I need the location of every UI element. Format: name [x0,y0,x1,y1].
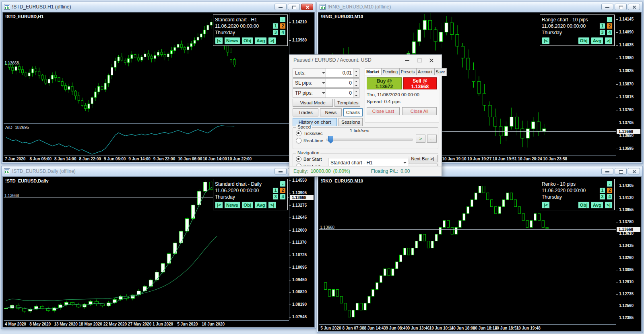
panel-first-button[interactable]: |< [542,201,550,209]
chart-area[interactable]: !RKO_EURUSD,M10 1.13668 1.143051.141301.… [318,176,642,332]
tp-spin-down[interactable] [353,93,359,98]
panel-last-button[interactable]: >| [605,37,613,44]
sl-spin-down[interactable] [353,83,359,87]
sessions-button[interactable]: Sessions [339,118,363,126]
sell-button[interactable]: Sell @ 1.13668 [403,77,437,89]
panel-button-1[interactable]: 1 [599,23,605,29]
panel-date: 11.06.2020 00:00:00 [542,188,586,193]
chart-area[interactable]: !STD_EURUSD,Daily 1.13668 1.145501.13905… [2,176,315,328]
panel-collapse-button[interactable]: - [280,17,286,23]
panel-button-4[interactable]: 4 [280,29,286,35]
panel-last-button[interactable]: >| [605,201,613,209]
minimize-button[interactable] [275,168,287,174]
panel-button-2[interactable]: 2 [607,23,613,29]
tp-pips-select[interactable]: TP pips: [293,88,328,98]
more-button[interactable]: ... [427,135,437,143]
trades-button[interactable]: Trades [293,108,318,116]
dialog-titlebar[interactable]: Paused / EURUSD / Account: USD [289,55,442,65]
panel-button-1[interactable]: 1 [599,187,605,193]
buy-button[interactable]: Buy @ 1.13672 [367,77,402,89]
panel-collapse-button[interactable]: - [280,181,286,187]
lots-field[interactable]: 0,01 [326,68,359,78]
next-bar-button[interactable]: Next Bar >| [408,155,438,162]
panel-button-3[interactable]: 3 [599,29,605,35]
speed-slider[interactable] [326,139,413,141]
step-button[interactable]: > [416,135,425,143]
speed-rate-label: 1 tick/sec [350,128,369,133]
panel-button-4[interactable]: 4 [280,194,286,200]
news-button[interactable]: News [320,108,342,116]
panel-button-2[interactable]: 2 [280,23,286,29]
panel-button-3[interactable]: 3 [272,29,279,35]
maximize-button[interactable] [615,168,627,174]
lots-spin-up[interactable] [353,68,359,73]
tick-mark [289,40,291,41]
panel-news-button[interactable]: News [224,37,240,44]
panel-obj-button[interactable]: Obj [578,37,590,44]
price-tick: 1.13275 [292,203,307,207]
panel-title: Standard chart - H1 [215,17,257,23]
panel-button-3[interactable]: 3 [272,194,279,200]
sl-pips-select[interactable]: SL pips: [293,78,328,88]
close-button[interactable] [628,168,640,174]
minimize-button[interactable] [601,4,613,10]
panel-first-button[interactable]: |< [215,37,223,44]
panel-avg-button[interactable]: Avg [591,37,603,44]
floating-pl-label: Floating P/L: [371,168,398,174]
minimize-button[interactable] [601,168,613,174]
time-tick: 10 Jun 2020 [202,322,225,326]
panel-avg-button[interactable]: Avg [591,201,603,209]
minimize-button[interactable] [275,4,287,10]
panel-button-3[interactable]: 3 [599,194,605,200]
lots-select[interactable]: Lots: [293,68,328,78]
panel-collapse-button[interactable]: - [607,17,613,23]
titlebar[interactable]: !RNG_EURUSD,M10 (offline) [317,2,642,12]
panel-button-1[interactable]: 1 [272,187,279,193]
templates-button[interactable]: Templates [334,99,360,107]
dialog-maximize-button[interactable] [413,56,425,64]
dialog-close-button[interactable] [425,56,438,64]
dialog-minimize-button[interactable] [401,56,413,64]
tp-pips-field[interactable]: 0 [326,88,359,98]
panel-collapse-button[interactable]: - [607,181,613,187]
panel-button-4[interactable]: 4 [607,194,613,200]
panel-button-2[interactable]: 2 [280,187,286,193]
close-button[interactable] [628,4,640,10]
tp-spin-up[interactable] [353,89,359,93]
sl-spin-up[interactable] [353,79,359,83]
charts-button[interactable]: Charts [343,108,363,116]
panel-first-button[interactable]: |< [215,201,223,209]
close-all-button[interactable]: Close All [402,107,437,115]
chart-area[interactable]: !STD_EURUSD,H1 A/D -182695 1.13668 1.142… [2,12,315,162]
panel-obj-button[interactable]: Obj [578,201,590,209]
sl-pips-field[interactable]: 0 [326,78,359,88]
panel-first-button[interactable]: |< [542,37,550,44]
panel-spacer [551,37,577,44]
panel-button-1[interactable]: 1 [272,23,279,29]
lots-spin-down[interactable] [353,73,359,77]
maximize-button[interactable] [615,4,627,10]
panel-obj-button[interactable]: Obj [242,37,253,44]
close-last-button[interactable]: Close Last [367,107,400,115]
maximize-button[interactable] [288,4,300,10]
panel-title: Renko - 10 pips [542,181,576,187]
bar-start-radio[interactable]: Bar Start [296,156,322,162]
real-time-radio[interactable]: Real-time [296,138,323,143]
panel-obj-button[interactable]: Obj [242,201,253,209]
ticks-per-sec-radio[interactable]: Ticks/sec [296,131,323,136]
panel-news-button[interactable]: News [224,201,240,209]
tick-mark [616,186,618,186]
time-tick: 27 May 2020 [128,322,151,326]
panel-last-button[interactable]: >| [268,37,276,44]
panel-avg-button[interactable]: Avg [254,37,267,44]
close-button[interactable] [301,4,313,10]
visual-mode-button[interactable]: Visual Mode [293,99,333,107]
price-tick: 1.13815 [619,95,634,99]
panel-button-4[interactable]: 4 [607,29,613,35]
panel-button-2[interactable]: 2 [607,187,613,193]
panel-avg-button[interactable]: Avg [254,201,267,209]
titlebar[interactable]: !STD_EURUSD,Daily (offline) [2,166,316,176]
radio-dot [296,131,301,136]
titlebar[interactable]: !STD_EURUSD,H1 (offline) [2,2,316,12]
panel-last-button[interactable]: >| [268,201,276,209]
